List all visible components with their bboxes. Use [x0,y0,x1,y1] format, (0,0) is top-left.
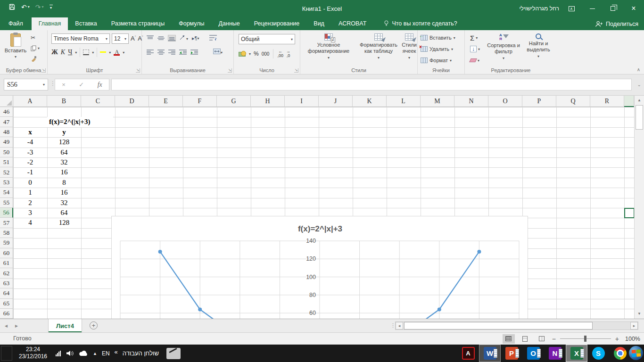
conditional-formatting-button[interactable]: Условное форматирование ▾ [302,32,355,60]
taskbar-app-skype[interactable]: S [587,345,609,362]
sort-filter-button[interactable]: АЯ Сортировка и фильтр▾ [487,32,520,60]
ribbon-tab-рецензирование[interactable]: Рецензирование [247,17,307,30]
cell-A54[interactable]: 1 [13,188,47,197]
row-header-52[interactable]: 52 [0,167,13,177]
confirm-entry-button[interactable]: ✓ [79,81,84,88]
name-box[interactable]: S56 ▾ [4,79,48,90]
ribbon-tab-данные[interactable]: Данные [212,17,247,30]
cell-B56[interactable]: 64 [47,208,81,218]
row-header-62[interactable]: 62 [0,268,13,278]
tell-me-box[interactable]: Что вы хотите сделать? [384,20,457,30]
fill-button[interactable]: ↓▾ [469,44,481,54]
column-header-O[interactable]: O [488,96,522,107]
font-name-select[interactable]: Times New Roma▾ [51,33,110,44]
toolbar-chevron[interactable]: « [115,348,118,355]
data-point-marker[interactable] [198,307,202,311]
thousands-format-button[interactable]: 000 [262,51,270,57]
vertical-scroll-thumb[interactable] [636,105,643,130]
undo-dropdown-arrow[interactable]: ▾ [28,5,30,9]
row-header-48[interactable]: 48 [0,127,13,137]
align-bottom-button[interactable] [168,35,175,41]
copy-button[interactable]: ▾ [29,43,41,53]
cell-A55[interactable]: 2 [13,198,47,208]
data-point-marker[interactable] [477,250,481,254]
cell-B51[interactable]: 32 [47,157,81,167]
cell-A51[interactable]: -2 [13,157,47,167]
column-header-A[interactable]: A [13,96,47,107]
column-header-N[interactable]: N [454,96,488,107]
column-header-B[interactable]: B [47,96,81,107]
row-header-59[interactable]: 59 [0,238,13,248]
column-header-C[interactable]: C [81,96,115,107]
cancel-entry-button[interactable]: × [62,81,66,88]
ribbon-tab-разметка-страницы[interactable]: Разметка страницы [104,17,172,30]
taskbar-app-powerpoint[interactable]: P [501,345,522,362]
merge-center-button[interactable]: ▾ [213,49,223,56]
cell-A48[interactable]: x [13,127,47,137]
sheet-tab-active[interactable]: Лист4 [48,319,82,332]
row-header-64[interactable]: 64 [0,288,13,298]
align-left-button[interactable] [147,49,154,55]
clipboard-dialog-launcher[interactable]: ↘ [41,68,46,73]
cell-A49[interactable]: -4 [13,137,47,147]
insert-cells-button[interactable]: ← Вставить▾ [421,33,455,42]
new-sheet-button[interactable]: + [90,321,98,329]
network-signal-icon[interactable] [56,351,61,356]
cell-B50[interactable]: 64 [47,148,81,157]
hidden-icons-chevron[interactable]: ▲ [93,351,97,356]
taskbar-app-onenote[interactable]: N [544,345,566,362]
underline-button[interactable]: Ч [68,49,72,56]
cell-A56[interactable]: 3 [13,208,47,218]
horizontal-scrollbar[interactable]: ◂ ▸ [395,321,638,330]
fill-color-dropdown-arrow[interactable]: ▾ [109,50,111,55]
column-header-E[interactable]: E [149,96,183,107]
decrease-indent-button[interactable] [179,49,187,55]
insert-function-button[interactable]: fx [98,81,102,89]
currency-dropdown-arrow[interactable]: ▾ [249,52,251,56]
name-box-dropdown-arrow[interactable]: ▾ [43,82,45,87]
start-button[interactable] [628,346,644,361]
orientation-dropdown-arrow[interactable]: ▾ [186,37,188,41]
sheet-nav-right-arrow[interactable]: ▸ [15,319,18,332]
horizontal-scroll-thumb[interactable] [404,322,593,329]
zoom-slider[interactable] [560,338,611,339]
cell-A50[interactable]: -3 [13,148,47,157]
clear-button[interactable]: ▾ [469,56,481,65]
italic-button[interactable]: К [61,49,65,56]
data-point-marker[interactable] [438,307,441,311]
save-button[interactable] [8,3,16,10]
taskbar-app-excel[interactable]: X [566,345,587,362]
cell-A57[interactable]: 4 [13,218,47,228]
column-header-M[interactable]: M [421,96,454,107]
scroll-up-arrow[interactable]: ▲ [635,97,644,104]
row-header-61[interactable]: 61 [0,258,13,268]
find-select-button[interactable]: Найти и выделить▾ [522,32,554,58]
ribbon-tab-вставка[interactable]: Вставка [68,17,104,30]
text-direction-button[interactable]: ▸¶▾ [192,35,199,41]
close-button[interactable]: × [623,0,644,17]
column-header-I[interactable]: I [285,96,319,107]
font-dialog-launcher[interactable]: ↘ [136,68,140,73]
font-color-dropdown-arrow[interactable]: ▾ [123,50,124,55]
pen-input-icon[interactable] [166,348,181,359]
autosum-button[interactable]: Σ▾ [469,33,479,42]
row-header-63[interactable]: 63 [0,279,13,288]
fill-color-button[interactable] [100,52,106,53]
taskbar-app-outlook[interactable]: O [522,345,544,362]
page-break-view-button[interactable] [536,334,548,344]
text-direction-dropdown-arrow[interactable]: ▾ [197,36,199,41]
zoom-in-button[interactable]: + [615,335,619,343]
paste-dropdown-arrow[interactable]: ▾ [15,55,17,59]
ribbon-tab-главная[interactable]: Главная [32,17,68,30]
orientation-button[interactable]: ▾ [179,34,188,42]
redo-button[interactable]: ↷▾ [35,4,44,10]
column-header-S-partial[interactable] [624,96,634,107]
desktop-toolbar-label[interactable]: שולחן העבודה [123,350,159,357]
page-layout-view-button[interactable] [519,334,531,344]
merge-dropdown-arrow[interactable]: ▾ [221,50,223,55]
column-header-G[interactable]: G [217,96,251,107]
row-header-54[interactable]: 54 [0,188,13,197]
zoom-out-button[interactable]: − [552,335,556,343]
percent-format-button[interactable]: % [254,50,259,57]
cut-button[interactable]: ✂ [29,33,41,42]
